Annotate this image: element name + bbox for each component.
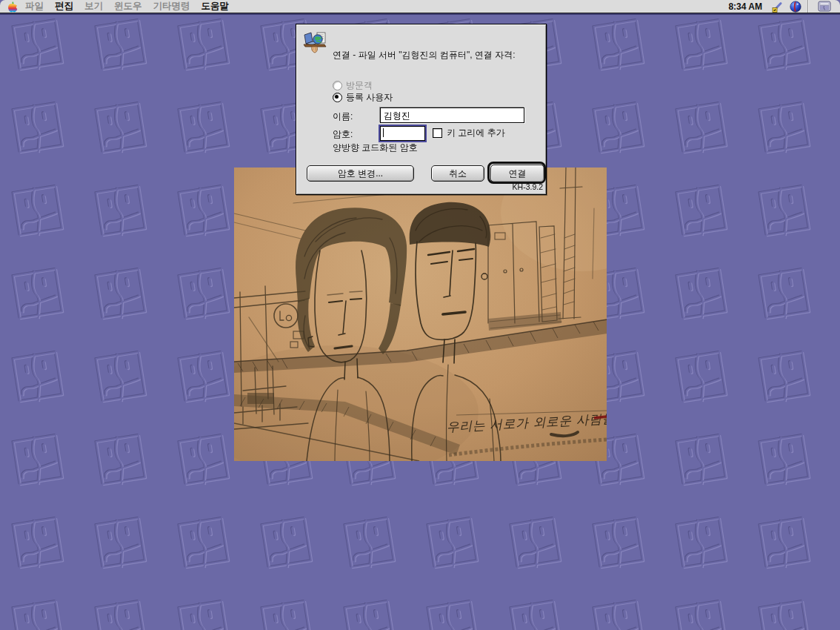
menubar-divider: [807, 0, 809, 13]
name-label: 이름:: [333, 110, 353, 123]
version-label: KH-3.9.2: [513, 182, 543, 191]
password-label: 암호:: [333, 128, 353, 141]
name-input[interactable]: 김형진: [380, 107, 524, 123]
menu-item-help[interactable]: 도움말: [201, 0, 230, 13]
encryption-note: 양방향 코드화된 암호: [333, 142, 418, 154]
apple-logo-icon: [7, 1, 18, 13]
connect-button[interactable]: 연결: [490, 165, 544, 182]
registered-user-radio-label: 등록 사용자: [346, 91, 393, 104]
input-method-pen-icon[interactable]: [771, 1, 784, 13]
desktop-picture-sketch: 우리는 서로가 외로운 사람들: [234, 168, 607, 461]
guest-radio-label: 방문객: [346, 79, 373, 92]
menu-item-file[interactable]: 파일: [25, 0, 44, 13]
application-menu[interactable]: [813, 0, 840, 13]
application-menu-icon: [818, 1, 831, 12]
menu-item-other-commands[interactable]: 기타명령: [153, 0, 190, 13]
menu-item-view[interactable]: 보기: [84, 0, 103, 13]
menubar-clock[interactable]: 8:34 AM: [728, 1, 762, 12]
connect-dialog: 연결 - 파일 서버 "김형진의 컴퓨터", 연결 자격: 방문객 등록 사용자…: [296, 24, 547, 195]
apple-menu[interactable]: [7, 1, 18, 13]
default-button-ring: 연결: [487, 162, 546, 184]
menu-bar: 파일 편집 보기 윈도우 기타명령 도움말 8:34 AM: [0, 0, 840, 13]
keychain-checkbox-label: 키 고리에 추가: [447, 127, 505, 139]
password-input[interactable]: [380, 126, 425, 141]
app-round-icon[interactable]: [790, 1, 801, 13]
keychain-checkbox-row[interactable]: 키 고리에 추가: [433, 127, 505, 139]
registered-user-radio-icon[interactable]: [333, 93, 342, 102]
desktop: 파일 편집 보기 윈도우 기타명령 도움말 8:34 AM: [0, 0, 840, 630]
dialog-title: 연결 - 파일 서버 "김형진의 컴퓨터", 연결 자격:: [333, 49, 516, 62]
appleshare-file-server-icon: [301, 30, 328, 56]
menubar-shadow: [0, 13, 840, 15]
cancel-button[interactable]: 취소: [431, 165, 484, 182]
menu-item-window[interactable]: 윈도우: [114, 0, 142, 13]
keychain-checkbox-icon[interactable]: [433, 128, 442, 138]
menu-item-edit[interactable]: 편집: [55, 0, 73, 13]
guest-radio-icon[interactable]: [333, 81, 342, 90]
registered-user-radio-row[interactable]: 등록 사용자: [333, 91, 393, 104]
guest-radio-row[interactable]: 방문객: [333, 79, 373, 92]
text-caret: [383, 128, 384, 137]
change-password-button[interactable]: 암호 변경...: [307, 165, 414, 182]
